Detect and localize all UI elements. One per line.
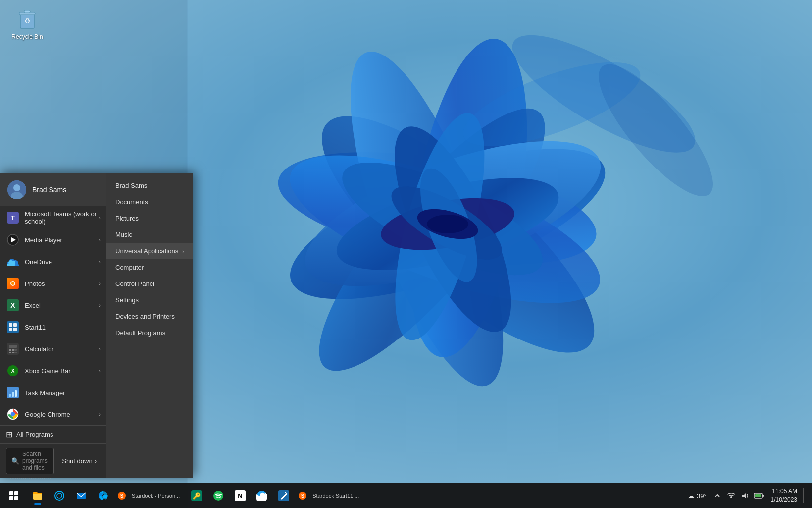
svg-point-17 [427,215,468,233]
default-programs-label: Default Programs [115,329,165,337]
svg-rect-39 [9,323,12,327]
photos-arrow: › [99,281,101,286]
place-documents[interactable]: Documents [106,194,193,210]
clock-time: 11:05 AM [771,487,797,496]
app-item-excel[interactable]: X Excel › [0,294,106,316]
svg-point-35 [11,282,14,285]
brad-sams-label: Brad Sams [115,182,147,189]
tray-battery-icon[interactable] [753,490,765,502]
place-control-panel[interactable]: Control Panel [106,276,193,292]
app-item-chrome[interactable]: Google Chrome › [0,403,106,425]
teams-icon: T [6,211,20,225]
user-header[interactable]: Brad Sams [0,173,106,206]
bottom-controls: 🔍 Search programs and files Shut down › [0,443,106,478]
taskbar-pen[interactable] [274,486,294,506]
onedrive-icon [6,255,20,269]
recycle-bin-label: Recycle Bin [11,33,43,40]
taskbar-mail[interactable] [71,486,91,506]
start-menu: Brad Sams T Microsoft Teams (work or sch… [0,173,193,478]
app-item-media-player[interactable]: Media Player › [0,229,106,251]
taskbar-stardock1[interactable]: S Stardock - Person... [115,486,185,506]
all-programs-icon: ⊞ [6,430,12,439]
taskmanager-icon [6,386,20,399]
tray-chevron-up[interactable] [711,490,723,502]
onedrive-arrow: › [99,259,101,265]
svg-point-59 [11,413,14,416]
place-default-programs[interactable]: Default Programs [106,325,193,341]
app-item-onedrive[interactable]: OneDrive › [0,251,106,273]
svg-point-64 [55,491,64,500]
svg-rect-56 [15,390,17,397]
svg-rect-46 [12,349,14,351]
universal-applications-label: Universal Applications [115,247,178,255]
recycle-bin-image: ♻ [15,7,39,31]
app-item-xbox[interactable]: X Xbox Game Bar › [0,360,106,382]
excel-icon: X [6,298,20,312]
app-item-taskmanager[interactable]: Task Manager [0,382,106,403]
taskbar-notion[interactable]: N [230,486,250,506]
search-placeholder: Search programs and files [22,451,49,471]
app-item-photos[interactable]: Photos › [0,273,106,294]
temperature-display[interactable]: ☁ 39° [685,492,710,500]
stardock2-label: Stardock Start11 ... [309,493,362,499]
system-tray: ☁ 39° [685,487,808,504]
place-devices-printers[interactable]: Devices and Printers [106,308,193,325]
media-player-label: Media Player [25,236,99,244]
clock-display[interactable]: 11:05 AM 1/10/2023 [767,487,801,504]
svg-point-65 [57,493,62,498]
calculator-label: Calculator [25,345,99,353]
taskbar-file-explorer[interactable] [28,486,48,506]
taskbar-spotify[interactable] [208,486,228,506]
search-icon: 🔍 [11,457,19,465]
tray-network-icon[interactable] [725,490,737,502]
place-settings[interactable]: Settings [106,292,193,308]
temperature-icon: ☁ [688,492,695,500]
app-item-start11[interactable]: Start11 [0,316,106,338]
taskbar-edge[interactable] [93,486,113,506]
search-box[interactable]: 🔍 Search programs and files [6,448,54,474]
control-panel-label: Control Panel [115,280,154,287]
documents-label: Documents [115,198,148,206]
tray-volume-icon[interactable] [739,490,751,502]
app-item-calculator[interactable]: Calculator › [0,338,106,360]
chrome-arrow: › [99,411,101,417]
start-menu-right-panel: Brad Sams Documents Pictures Music Unive… [106,173,193,478]
place-pictures[interactable]: Pictures [106,210,193,226]
xbox-icon: X [6,364,20,378]
svg-text:X: X [10,301,15,309]
shutdown-button[interactable]: Shut down › [58,455,101,467]
stardock2-icon: S [298,491,307,501]
show-desktop-button[interactable] [803,488,808,503]
svg-rect-60 [9,491,13,495]
recycle-bin-icon[interactable]: ♻ Recycle Bin [10,7,45,40]
svg-rect-42 [13,328,17,331]
start11-icon [6,320,20,334]
excel-arrow: › [99,302,101,308]
svg-rect-44 [9,345,17,348]
all-programs[interactable]: ⊞ All Programs [0,425,106,443]
start11-label: Start11 [25,324,101,331]
user-avatar [7,180,26,199]
taskbar-stardock2[interactable]: S Stardock Start11 ... [296,486,364,506]
start-button[interactable] [4,486,24,506]
place-universal-applications[interactable]: Universal Applications › [106,243,193,259]
all-programs-label: All Programs [16,431,53,438]
svg-rect-40 [13,323,17,327]
taskbar-twitter[interactable] [252,486,272,506]
user-name: Brad Sams [32,186,66,194]
shutdown-arrow: › [95,457,97,465]
app-item-teams[interactable]: T Microsoft Teams (work or school) › [0,206,106,229]
place-brad-sams[interactable]: Brad Sams [106,177,193,194]
clock-date: 1/10/2023 [771,496,797,504]
taskbar-search[interactable] [50,486,69,506]
svg-rect-24 [24,10,30,13]
place-computer[interactable]: Computer [106,259,193,276]
svg-text:♻: ♻ [24,17,31,25]
chrome-icon [6,407,20,421]
universal-applications-arrow: › [182,248,184,254]
shutdown-label: Shut down [62,457,92,465]
taskbar-dashlane[interactable]: 🔑 [187,486,206,506]
chrome-label: Google Chrome [25,411,99,418]
media-player-arrow: › [99,237,101,243]
place-music[interactable]: Music [106,226,193,243]
